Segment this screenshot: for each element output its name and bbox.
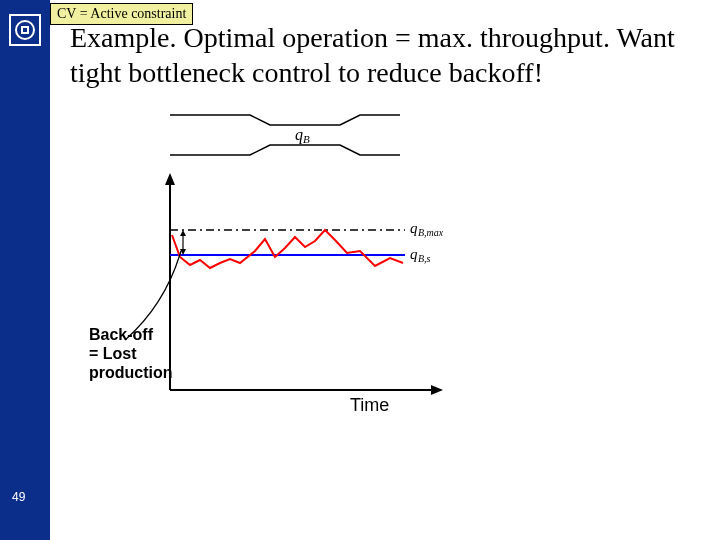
x-axis-label: Time bbox=[350, 395, 389, 416]
ntnu-logo-icon bbox=[9, 14, 41, 46]
svg-text:B: B bbox=[303, 133, 310, 145]
qb-measured-trace bbox=[172, 230, 403, 268]
svg-text:q: q bbox=[295, 126, 303, 144]
svg-text:q: q bbox=[410, 246, 418, 262]
line-labels: q B,max q B,s bbox=[410, 220, 444, 264]
brand-sidebar: NTNU 49 bbox=[0, 0, 50, 540]
svg-text:q: q bbox=[410, 220, 418, 236]
svg-marker-6 bbox=[165, 173, 175, 185]
pipe-diagram: q B bbox=[170, 110, 420, 165]
svg-rect-0 bbox=[10, 15, 40, 45]
annotation-line: Back-off bbox=[89, 326, 153, 343]
backoff-annotation: Back-off = Lost production bbox=[89, 325, 199, 383]
annotation-line: production bbox=[89, 364, 173, 381]
page-number: 49 bbox=[12, 490, 25, 504]
svg-text:B,s: B,s bbox=[418, 253, 431, 264]
x-axis bbox=[170, 385, 443, 395]
svg-marker-10 bbox=[180, 230, 186, 236]
svg-point-1 bbox=[16, 21, 34, 39]
slide-title: Example. Optimal operation = max. throug… bbox=[70, 20, 710, 90]
svg-marker-8 bbox=[431, 385, 443, 395]
svg-rect-2 bbox=[22, 27, 28, 33]
brand-text: NTNU bbox=[52, 148, 80, 230]
svg-text:B,max: B,max bbox=[418, 227, 444, 238]
annotation-line: = Lost bbox=[89, 345, 137, 362]
